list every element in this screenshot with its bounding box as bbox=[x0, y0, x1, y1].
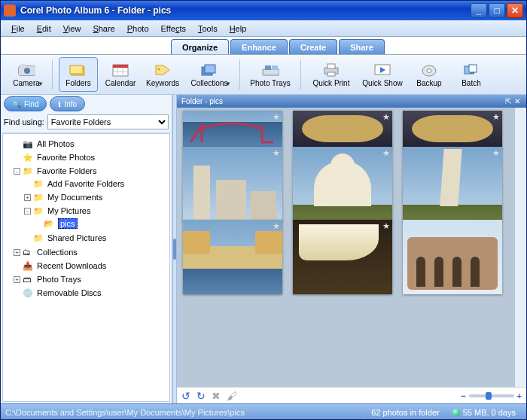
expand-icon[interactable]: + bbox=[14, 249, 20, 256]
panel-pin-button[interactable]: ⇱ bbox=[504, 97, 513, 105]
statusbar: C:\Documents and Settings\user\My Docume… bbox=[1, 403, 526, 420]
tree-favorite-folders[interactable]: -📁Favorite Folders bbox=[14, 165, 169, 177]
mode-tab-create[interactable]: Create bbox=[289, 39, 337, 54]
left-tab-info[interactable]: ℹ Info bbox=[50, 96, 85, 111]
left-tab-find[interactable]: 🔍 Find bbox=[4, 96, 47, 111]
collections-icon bbox=[200, 62, 218, 78]
tree-removable-discs[interactable]: 💿Removable Discs bbox=[14, 287, 169, 299]
tb-keywords[interactable]: Keywords bbox=[143, 57, 182, 92]
svg-rect-3 bbox=[21, 64, 26, 67]
delete-button[interactable]: ✖ bbox=[212, 390, 221, 402]
vertical-scrollbar[interactable] bbox=[514, 108, 526, 387]
printer-icon bbox=[322, 62, 340, 78]
tb-folders[interactable]: Folders bbox=[59, 57, 98, 92]
folder-tree[interactable]: 📷All Photos ⭐Favorite Photos -📁Favorite … bbox=[2, 133, 170, 402]
right-panel: Folder - pics ⇱ ✕ ★ ★ ★ ★ ★ ★ bbox=[177, 95, 526, 403]
zoom-in-icon[interactable]: + bbox=[517, 391, 522, 400]
thumbnails-footer: ↺ ↻ ✖ 🖌 − + bbox=[177, 387, 526, 403]
thumbnail[interactable]: ★ bbox=[293, 111, 392, 148]
menu-share[interactable]: Share bbox=[87, 23, 120, 35]
thumbnail[interactable]: ★ bbox=[183, 111, 282, 148]
close-button[interactable]: ✕ bbox=[507, 3, 523, 18]
tree-my-pictures[interactable]: -📁My Pictures bbox=[24, 205, 169, 217]
tb-camera[interactable]: Camera ▼ bbox=[7, 57, 46, 92]
status-count: 62 photos in folder bbox=[364, 406, 446, 419]
svg-rect-7 bbox=[113, 65, 128, 68]
thumbnail[interactable]: ★ bbox=[403, 220, 502, 294]
tree-pics[interactable]: 📂pics bbox=[35, 218, 169, 230]
menu-file[interactable]: File bbox=[5, 23, 31, 35]
tb-quickprint[interactable]: Quick Print bbox=[307, 57, 355, 92]
menu-help[interactable]: Help bbox=[224, 23, 253, 35]
batch-icon bbox=[462, 62, 480, 78]
tree-recent-downloads[interactable]: 📥Recent Downloads bbox=[14, 260, 169, 272]
thumbnail[interactable]: ★ bbox=[183, 220, 282, 294]
status-path: C:\Documents and Settings\user\My Docume… bbox=[5, 406, 251, 419]
minimize-button[interactable]: _ bbox=[471, 3, 487, 18]
undo-button[interactable]: ↺ bbox=[181, 390, 190, 402]
mode-tabs: Organize Enhance Create Share bbox=[1, 37, 526, 55]
folder-icon: 📁 bbox=[33, 192, 45, 202]
find-using-label: Find using: bbox=[4, 117, 44, 126]
tb-backup[interactable]: Backup bbox=[410, 57, 449, 92]
paint-button[interactable]: 🖌 bbox=[227, 390, 237, 402]
expand-icon[interactable]: + bbox=[14, 276, 20, 283]
zoom-thumb[interactable] bbox=[486, 392, 492, 400]
tree-all-photos[interactable]: 📷All Photos bbox=[14, 138, 169, 150]
tree-collections[interactable]: +🗂Collections bbox=[14, 246, 169, 258]
toolbar: Camera ▼ Folders Calendar Keywords Colle… bbox=[1, 55, 526, 95]
thumbnail[interactable]: ★ bbox=[183, 147, 282, 221]
thumbnail[interactable]: ★ bbox=[293, 147, 392, 221]
find-using-select[interactable]: Favorite Folders bbox=[47, 114, 169, 129]
tree-photo-trays[interactable]: +🗃Photo Trays bbox=[14, 273, 169, 285]
thumbnails-title: Folder - pics bbox=[181, 97, 223, 105]
mode-tab-share[interactable]: Share bbox=[339, 39, 385, 54]
thumbnail[interactable]: ★ bbox=[293, 220, 392, 294]
tb-quickshow[interactable]: Quick Show bbox=[358, 57, 407, 92]
expand-icon[interactable]: + bbox=[24, 194, 31, 201]
camera-small-icon: 📷 bbox=[23, 138, 35, 149]
tray-icon bbox=[261, 62, 279, 78]
panel-close-button[interactable]: ✕ bbox=[513, 97, 522, 105]
collapse-icon[interactable]: - bbox=[24, 208, 31, 215]
collapse-icon[interactable]: - bbox=[14, 168, 20, 175]
tb-phototrays[interactable]: Photo Trays bbox=[246, 57, 294, 92]
menu-tools[interactable]: Tools bbox=[192, 23, 224, 35]
main-area: 🔍 Find ℹ Info Find using: Favorite Folde… bbox=[1, 95, 526, 403]
menu-photo[interactable]: Photo bbox=[121, 23, 155, 35]
calendar-icon bbox=[111, 62, 129, 78]
svg-rect-14 bbox=[205, 65, 215, 73]
menu-view[interactable]: View bbox=[57, 23, 87, 35]
tree-my-documents[interactable]: +📁My Documents bbox=[24, 191, 169, 203]
toolbar-separator bbox=[239, 59, 240, 90]
tb-calendar[interactable]: Calendar bbox=[101, 57, 140, 92]
tree-favorite-photos[interactable]: ⭐Favorite Photos bbox=[14, 151, 169, 163]
mode-tab-organize[interactable]: Organize bbox=[171, 39, 229, 54]
thumbnail[interactable]: ★ bbox=[403, 111, 502, 148]
svg-marker-11 bbox=[156, 65, 169, 75]
zoom-slider[interactable]: − + bbox=[461, 391, 522, 400]
mode-tab-enhance[interactable]: Enhance bbox=[230, 39, 288, 54]
svg-rect-5 bbox=[70, 65, 83, 74]
camera-icon bbox=[17, 62, 35, 78]
maximize-button[interactable]: □ bbox=[489, 3, 505, 18]
tree-shared-pictures[interactable]: 📁Shared Pictures bbox=[24, 232, 169, 244]
folder-icon: 📁 bbox=[33, 233, 45, 243]
menu-edit[interactable]: Edit bbox=[31, 23, 57, 35]
svg-rect-26 bbox=[469, 65, 477, 72]
menu-effects[interactable]: Effects bbox=[155, 23, 192, 35]
tb-batch[interactable]: Batch bbox=[452, 57, 491, 92]
toolbar-separator bbox=[52, 59, 53, 90]
svg-rect-20 bbox=[327, 72, 335, 76]
tb-collections[interactable]: Collections ▼ bbox=[185, 57, 233, 92]
tree-add-favorite[interactable]: 📁Add Favorite Folders bbox=[24, 178, 169, 190]
thumbnails-scroll[interactable]: ★ ★ ★ ★ ★ ★ ★ ★ ★ bbox=[177, 108, 514, 387]
star-icon: ★ bbox=[273, 148, 280, 158]
zoom-track[interactable] bbox=[469, 394, 514, 397]
thumbnail[interactable]: ★ bbox=[403, 147, 502, 221]
redo-button[interactable]: ↻ bbox=[196, 390, 206, 402]
app-icon bbox=[4, 5, 16, 17]
left-tabs: 🔍 Find ℹ Info bbox=[1, 95, 172, 111]
zoom-out-icon[interactable]: − bbox=[461, 391, 465, 400]
menubar: File Edit View Share Photo Effects Tools… bbox=[1, 20, 526, 37]
